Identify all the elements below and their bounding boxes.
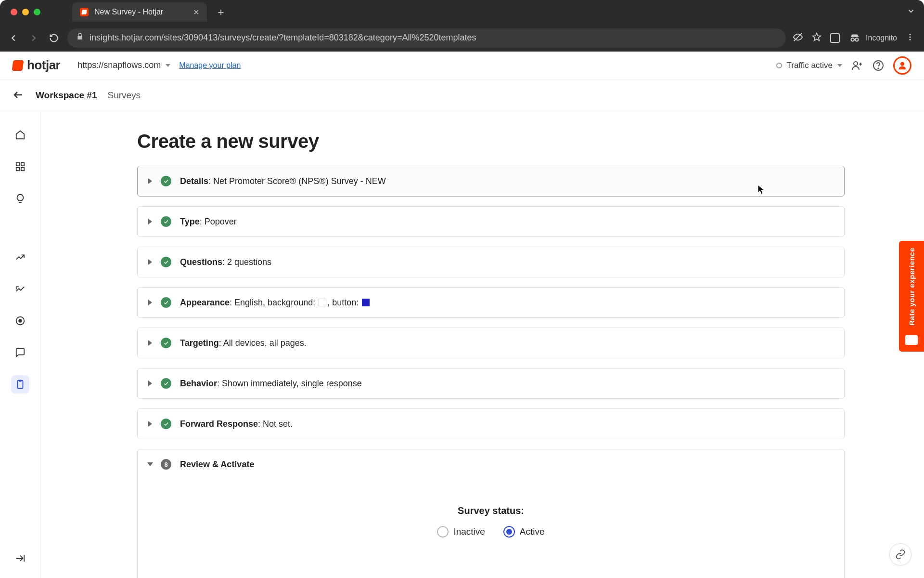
svg-point-11: [878, 68, 879, 69]
panel-targeting[interactable]: Targeting: All devices, all pages.: [137, 328, 845, 358]
svg-rect-17: [21, 168, 24, 171]
svg-marker-1: [813, 33, 821, 40]
svg-point-6: [910, 39, 911, 40]
panel-review-activate[interactable]: 8 Review & Activate Survey status: Inact…: [137, 449, 845, 578]
close-window-icon[interactable]: [11, 9, 17, 15]
page-title: Create a new survey: [137, 131, 895, 152]
traffic-active-indicator[interactable]: Traffic active: [776, 61, 842, 70]
nav-trends-icon[interactable]: [11, 248, 29, 266]
check-icon: [161, 338, 171, 348]
chevron-right-icon: [148, 381, 152, 386]
site-picker[interactable]: https://snapflows.com: [77, 60, 170, 70]
bookmark-star-icon[interactable]: [812, 32, 821, 44]
hotjar-favicon-icon: [80, 8, 89, 16]
invite-user-icon[interactable]: [851, 59, 863, 72]
nav-feedback-icon[interactable]: [11, 343, 29, 362]
svg-rect-21: [19, 380, 22, 382]
user-avatar[interactable]: [893, 56, 911, 75]
panel-questions-label: Questions: 2 questions: [180, 257, 271, 267]
panel-type-label: Type: Popover: [180, 217, 237, 227]
pulse-icon: [776, 63, 782, 68]
nav-dashboard-icon[interactable]: [11, 158, 29, 176]
nav-funnels-icon[interactable]: [11, 280, 29, 298]
radio-icon: [437, 526, 449, 538]
status-active-option[interactable]: Active: [503, 526, 545, 538]
panel-appearance-label: Appearance: English, background: , butto…: [180, 298, 371, 308]
tabs-overflow-icon[interactable]: [907, 7, 915, 17]
browser-tab[interactable]: New Survey - Hotjar ✕: [72, 2, 207, 22]
browser-menu-icon[interactable]: [906, 33, 914, 43]
swatch-background: [319, 299, 326, 306]
app-header: hotjar https://snapflows.com Manage your…: [0, 52, 924, 79]
breadcrumb-section[interactable]: Surveys: [107, 90, 141, 101]
link-icon: [895, 549, 906, 560]
chevron-down-icon: [166, 64, 170, 67]
breadcrumb-workspace[interactable]: Workspace #1: [36, 90, 97, 101]
breadcrumb-back-button[interactable]: [13, 89, 25, 102]
eye-off-icon[interactable]: [793, 32, 803, 44]
svg-rect-14: [16, 163, 19, 166]
url-input[interactable]: insights.hotjar.com/sites/3090413/survey…: [67, 28, 786, 48]
panel-details-label: Details: Net Promoter Score® (NPS®) Surv…: [180, 176, 386, 186]
panel-details[interactable]: Details: Net Promoter Score® (NPS®) Surv…: [137, 166, 845, 197]
copy-link-fab[interactable]: [889, 543, 911, 565]
status-inactive-option[interactable]: Inactive: [437, 526, 485, 538]
nav-surveys-icon[interactable]: [11, 375, 29, 394]
incognito-label: Incognito: [866, 34, 897, 42]
tab-bar: New Survey - Hotjar ✕ ＋: [0, 0, 924, 24]
check-icon: [161, 216, 171, 227]
panel-review-label: Review & Activate: [180, 460, 254, 470]
url-text: insights.hotjar.com/sites/3090413/survey…: [90, 33, 476, 43]
step-number-badge: 8: [161, 459, 171, 470]
traffic-label: Traffic active: [787, 61, 833, 70]
site-label: https://snapflows.com: [77, 60, 161, 70]
manage-plan-link[interactable]: Manage your plan: [179, 61, 241, 70]
survey-status-block: Survey status: Inactive Active: [148, 505, 834, 538]
window-traffic-lights[interactable]: [11, 9, 40, 15]
back-button[interactable]: [7, 31, 20, 45]
status-inactive-label: Inactive: [453, 526, 485, 537]
chevron-right-icon: [148, 340, 152, 346]
check-icon: [161, 257, 171, 267]
check-icon: [161, 378, 171, 389]
address-bar: insights.hotjar.com/sites/3090413/survey…: [0, 24, 924, 52]
extensions-icon[interactable]: [830, 33, 840, 43]
svg-point-19: [19, 319, 22, 322]
reload-button[interactable]: [47, 31, 61, 45]
svg-rect-16: [16, 168, 19, 171]
svg-rect-15: [21, 163, 24, 166]
feedback-side-tab[interactable]: Rate your experience: [899, 241, 924, 352]
nav-home-icon[interactable]: [11, 126, 29, 144]
workspace-layout: Create a new survey Details: Net Promote…: [0, 111, 924, 578]
panel-forward-response[interactable]: Forward Response: Not set.: [137, 408, 845, 439]
forward-button: [27, 31, 40, 45]
feedback-tab-label: Rate your experience: [908, 248, 916, 326]
nav-recordings-icon[interactable]: [11, 312, 29, 330]
check-icon: [161, 419, 171, 429]
minimize-window-icon[interactable]: [22, 9, 29, 15]
svg-point-2: [851, 38, 854, 41]
expand-rail-icon[interactable]: [11, 549, 29, 567]
chevron-right-icon: [148, 300, 152, 305]
chevron-right-icon: [148, 259, 152, 265]
status-active-label: Active: [520, 526, 545, 537]
swatch-button: [362, 299, 370, 306]
panel-behavior-label: Behavior: Shown immediately, single resp…: [180, 379, 362, 389]
tab-title: New Survey - Hotjar: [94, 8, 163, 16]
new-tab-button[interactable]: ＋: [216, 5, 226, 19]
nav-highlights-icon[interactable]: [11, 189, 29, 208]
cursor-icon: [757, 184, 767, 197]
panel-type[interactable]: Type: Popover: [137, 206, 845, 237]
hotjar-logo[interactable]: hotjar: [13, 58, 60, 73]
svg-point-4: [910, 34, 911, 35]
help-icon[interactable]: [872, 59, 885, 72]
maximize-window-icon[interactable]: [34, 9, 40, 15]
check-icon: [161, 176, 171, 186]
panel-appearance[interactable]: Appearance: English, background: , butto…: [137, 287, 845, 318]
panel-questions[interactable]: Questions: 2 questions: [137, 247, 845, 277]
left-nav-rail: [0, 111, 41, 578]
panel-behavior[interactable]: Behavior: Shown immediately, single resp…: [137, 368, 845, 399]
close-tab-icon[interactable]: ✕: [193, 8, 199, 17]
incognito-indicator[interactable]: Incognito: [848, 32, 897, 44]
lock-icon: [76, 33, 84, 43]
